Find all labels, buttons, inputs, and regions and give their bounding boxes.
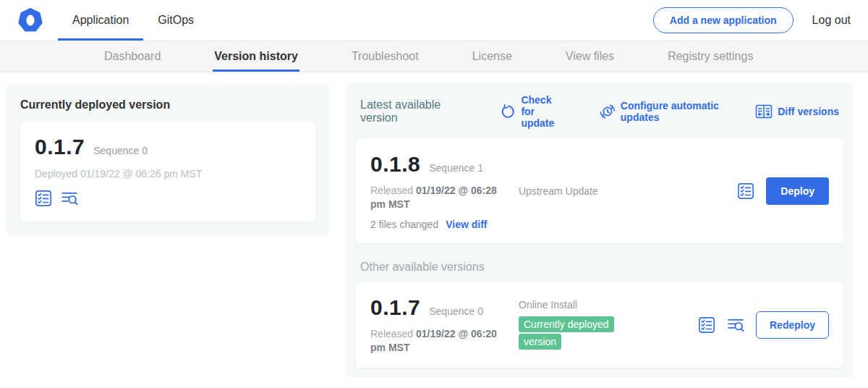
subnav-registry-settings-label: Registry settings xyxy=(668,50,753,63)
released-prefix: Released xyxy=(370,328,413,340)
files-changed-label: 2 files changed xyxy=(370,219,438,230)
latest-released-timestamp: Released 01/19/22 @ 06:28 pm MST xyxy=(370,184,511,211)
deployed-version-number: 0.1.7 xyxy=(35,135,85,159)
currently-deployed-panel: Currently deployed version 0.1.7 Sequenc… xyxy=(6,84,330,236)
released-prefix: Released xyxy=(370,185,413,196)
currently-deployed-badge: Currently deployed version xyxy=(519,316,614,350)
configure-automatic-updates-label: Configure automatic updates xyxy=(621,100,723,123)
subnav-dashboard[interactable]: Dashboard xyxy=(103,41,162,72)
other-version-card: 0.1.7 Sequence 0 Released 01/19/22 @ 06:… xyxy=(356,282,843,368)
logout-link[interactable]: Log out xyxy=(812,14,851,27)
available-header: Latest available version Check for updat… xyxy=(356,94,843,129)
app-logo xyxy=(17,0,43,41)
latest-version-number: 0.1.8 xyxy=(370,152,420,177)
latest-available-title: Latest available version xyxy=(360,98,469,125)
deployed-version-row: 0.1.7 Sequence 0 xyxy=(35,135,301,159)
currently-deployed-title: Currently deployed version xyxy=(20,98,315,111)
refresh-icon xyxy=(501,104,516,119)
deploy-button[interactable]: Deploy xyxy=(766,177,829,205)
other-version-number: 0.1.7 xyxy=(370,295,420,320)
latest-version-info: 0.1.8 Sequence 1 Released 01/19/22 @ 06:… xyxy=(370,152,519,230)
subnav-view-files[interactable]: View files xyxy=(564,41,616,72)
app-subnav: Dashboard Version history Troubleshoot L… xyxy=(0,41,868,72)
check-for-update-link[interactable]: Check for update xyxy=(501,94,567,129)
add-application-button[interactable]: Add a new application xyxy=(653,7,793,33)
subnav-troubleshoot-label: Troubleshoot xyxy=(352,50,419,63)
other-version-actions: Redeploy xyxy=(698,311,829,339)
subnav-troubleshoot[interactable]: Troubleshoot xyxy=(350,41,420,72)
diff-versions-label: Diff versions xyxy=(778,106,839,117)
diff-versions-icon xyxy=(755,104,773,119)
preflight-checks-icon[interactable] xyxy=(698,316,715,334)
other-released-timestamp: Released 01/19/22 @ 06:20 pm MST xyxy=(370,327,511,355)
configure-automatic-updates-link[interactable]: Configure automatic updates xyxy=(600,100,723,123)
latest-sequence-label: Sequence 1 xyxy=(429,162,483,174)
available-versions-panel: Latest available version Check for updat… xyxy=(346,83,854,378)
preflight-checks-icon[interactable] xyxy=(35,190,52,207)
release-notes-search-icon[interactable] xyxy=(61,190,78,207)
latest-version-card: 0.1.8 Sequence 1 Released 01/19/22 @ 06:… xyxy=(356,139,843,243)
view-diff-link[interactable]: View diff xyxy=(446,219,487,230)
tab-gitops[interactable]: GitOps xyxy=(143,0,208,41)
other-version-info: 0.1.7 Sequence 0 Released 01/19/22 @ 06:… xyxy=(370,295,519,355)
redeploy-button[interactable]: Redeploy xyxy=(756,311,829,339)
deployed-badge-wrap: Currently deployed version xyxy=(519,316,621,350)
diff-versions-link[interactable]: Diff versions xyxy=(755,104,839,119)
app-logo-icon xyxy=(17,7,43,33)
preflight-checks-icon[interactable] xyxy=(737,182,754,200)
other-sequence-label: Sequence 0 xyxy=(429,305,483,317)
latest-version-actions: Deploy xyxy=(737,177,829,205)
deployed-card-actions xyxy=(35,190,301,207)
check-for-update-label: Check for update xyxy=(521,94,567,129)
other-versions-title: Other available versions xyxy=(360,261,843,274)
tab-application[interactable]: Application xyxy=(58,0,143,41)
subnav-dashboard-label: Dashboard xyxy=(104,50,161,63)
deployed-sequence-label: Sequence 0 xyxy=(93,145,148,156)
files-changed-row: 2 files changed View diff xyxy=(370,219,519,230)
deployed-timestamp: Deployed 01/19/22 @ 06:26 pm MST xyxy=(35,168,301,180)
latest-version-source: Upstream Update xyxy=(519,185,737,197)
subnav-view-files-label: View files xyxy=(566,50,614,63)
other-version-source-block: Online Install Currently deployed versio… xyxy=(519,299,698,350)
subnav-version-history-label: Version history xyxy=(214,50,298,63)
tab-application-label: Application xyxy=(72,14,129,27)
auto-update-schedule-icon xyxy=(600,104,616,119)
subnav-license[interactable]: License xyxy=(471,41,514,72)
main-content: Currently deployed version 0.1.7 Sequenc… xyxy=(0,72,868,378)
top-header: Application GitOps Add a new application… xyxy=(0,0,868,41)
app-screen: Application GitOps Add a new application… xyxy=(0,0,868,388)
subnav-registry-settings[interactable]: Registry settings xyxy=(666,41,754,72)
subnav-license-label: License xyxy=(472,50,512,63)
release-notes-search-icon[interactable] xyxy=(727,316,744,334)
deployed-version-card: 0.1.7 Sequence 0 Deployed 01/19/22 @ 06:… xyxy=(20,122,315,222)
top-nav: Application GitOps xyxy=(58,0,208,41)
subnav-version-history[interactable]: Version history xyxy=(213,41,299,72)
other-version-source: Online Install xyxy=(519,299,698,311)
header-actions: Add a new application Log out xyxy=(653,0,868,41)
tab-gitops-label: GitOps xyxy=(158,14,194,27)
